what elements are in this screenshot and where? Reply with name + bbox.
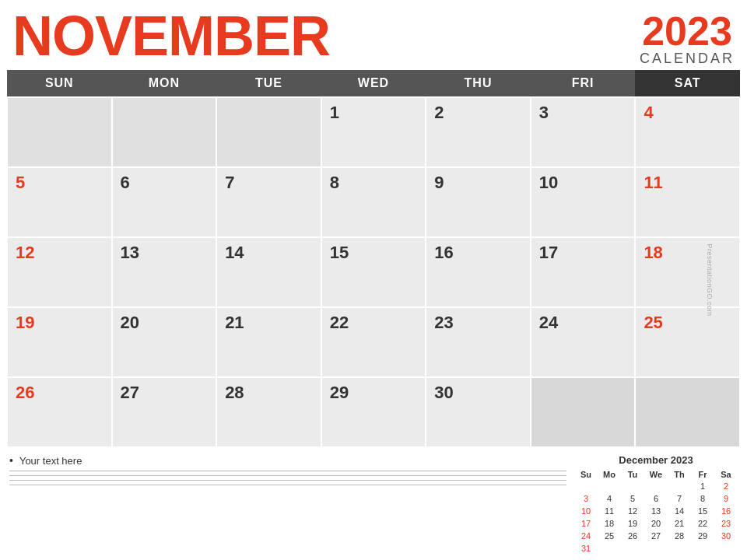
day-cell-4: 4 — [635, 97, 740, 167]
header-wed: WED — [321, 70, 426, 97]
header-fri: FRI — [531, 70, 636, 97]
days-row: SUN MON TUE WED THU FRI SAT — [7, 70, 740, 97]
note-text: Your text here — [19, 455, 82, 467]
day-cell-22: 22 — [321, 307, 426, 377]
day-empty — [216, 97, 321, 167]
mini-day — [668, 542, 691, 555]
week-row-4: 19 20 21 22 23 24 25 — [7, 307, 740, 377]
mini-day — [621, 480, 644, 492]
note-line-3 — [9, 480, 566, 481]
day-cell-8: 8 — [321, 167, 426, 237]
mini-h-th: Th — [668, 469, 691, 480]
day-cell-27: 27 — [112, 377, 217, 447]
day-empty — [7, 97, 112, 167]
watermark: PresentationGO.com — [705, 243, 713, 316]
day-cell-12: 12 — [7, 237, 112, 307]
bottom-section: • Your text here December 2023 Su Mo Tu … — [0, 448, 747, 555]
mini-cal-header: Su Mo Tu We Th Fr Sa — [574, 469, 738, 480]
mini-day — [621, 542, 644, 555]
mini-week-1: 1 2 — [574, 480, 738, 492]
week-row-3: 12 13 14 15 16 17 18 — [7, 237, 740, 307]
week-row-1: 1 2 3 4 — [7, 97, 740, 167]
notes-section: • Your text here — [9, 454, 566, 489]
mini-day: 24 — [574, 530, 598, 542]
day-cell-3: 3 — [531, 97, 636, 167]
mini-h-sa: Sa — [714, 469, 738, 480]
mini-day: 28 — [668, 530, 691, 542]
day-empty — [531, 377, 636, 447]
note-line-4 — [9, 485, 566, 485]
mini-day — [714, 542, 738, 555]
mini-week-6: 31 — [574, 542, 738, 555]
mini-day — [598, 542, 621, 555]
mini-day: 8 — [691, 492, 714, 505]
mini-day: 1 — [691, 480, 714, 492]
week-row-2: 5 6 7 8 9 10 11 — [7, 167, 740, 237]
day-cell-30: 30 — [426, 377, 531, 447]
calendar-label: CALENDAR — [640, 51, 735, 65]
note-line-1 — [9, 471, 566, 471]
note-line-2 — [9, 475, 566, 476]
note-item: • Your text here — [9, 454, 566, 467]
mini-day: 27 — [644, 530, 668, 542]
day-cell-20: 20 — [112, 307, 217, 377]
mini-day — [644, 542, 668, 555]
day-cell-21: 21 — [216, 307, 321, 377]
header-sun: SUN — [7, 70, 112, 97]
mini-day: 5 — [621, 492, 644, 505]
mini-day: 23 — [714, 517, 738, 530]
day-cell-9: 9 — [426, 167, 531, 237]
bullet-icon: • — [9, 454, 13, 467]
mini-day: 14 — [668, 505, 691, 517]
year-number: 2023 — [640, 11, 735, 51]
week-row-5: 26 27 28 29 30 — [7, 377, 740, 447]
mini-day: 13 — [644, 505, 668, 517]
mini-day: 25 — [598, 530, 621, 542]
day-cell-5: 5 — [7, 167, 112, 237]
mini-h-we: We — [644, 469, 668, 480]
day-empty — [635, 377, 740, 447]
mini-h-su: Su — [574, 469, 598, 480]
mini-day: 26 — [621, 530, 644, 542]
day-cell-17: 17 — [531, 237, 636, 307]
mini-day: 3 — [574, 492, 598, 505]
day-cell-11: 11 — [635, 167, 740, 237]
day-cell-14: 14 — [216, 237, 321, 307]
mini-day: 18 — [598, 517, 621, 530]
mini-day: 21 — [668, 517, 691, 530]
mini-day: 11 — [598, 505, 621, 517]
day-cell-10: 10 — [531, 167, 636, 237]
mini-day: 20 — [644, 517, 668, 530]
day-cell-2: 2 — [426, 97, 531, 167]
mini-h-fr: Fr — [691, 469, 714, 480]
mini-day — [691, 542, 714, 555]
month-title: NOVEMBER — [12, 8, 330, 64]
day-cell-7: 7 — [216, 167, 321, 237]
year-block: 2023 CALENDAR — [640, 8, 735, 65]
mini-day: 16 — [714, 505, 738, 517]
mini-week-2: 3 4 5 6 7 8 9 — [574, 492, 738, 505]
header-tue: TUE — [216, 70, 321, 97]
mini-day — [598, 480, 621, 492]
day-cell-16: 16 — [426, 237, 531, 307]
day-cell-15: 15 — [321, 237, 426, 307]
mini-cal-body: 1 2 3 4 5 6 7 8 9 10 11 12 13 14 — [574, 480, 738, 555]
mini-day — [574, 480, 598, 492]
mini-day: 30 — [714, 530, 738, 542]
mini-header-row: Su Mo Tu We Th Fr Sa — [574, 469, 738, 480]
mini-week-5: 24 25 26 27 28 29 30 — [574, 530, 738, 542]
header-sat: SAT — [635, 70, 740, 97]
calendar-wrapper: SUN MON TUE WED THU FRI SAT 1 2 3 4 — [0, 70, 747, 448]
day-cell-13: 13 — [112, 237, 217, 307]
mini-day: 17 — [574, 517, 598, 530]
mini-day: 22 — [691, 517, 714, 530]
page-header: NOVEMBER 2023 CALENDAR — [0, 0, 747, 70]
mini-cal-title: December 2023 — [574, 454, 738, 466]
mini-day: 19 — [621, 517, 644, 530]
mini-day: 2 — [714, 480, 738, 492]
day-cell-25: 25 — [635, 307, 740, 377]
mini-day: 6 — [644, 492, 668, 505]
calendar-table: SUN MON TUE WED THU FRI SAT 1 2 3 4 — [6, 70, 741, 448]
day-cell-19: 19 — [7, 307, 112, 377]
day-empty — [112, 97, 217, 167]
